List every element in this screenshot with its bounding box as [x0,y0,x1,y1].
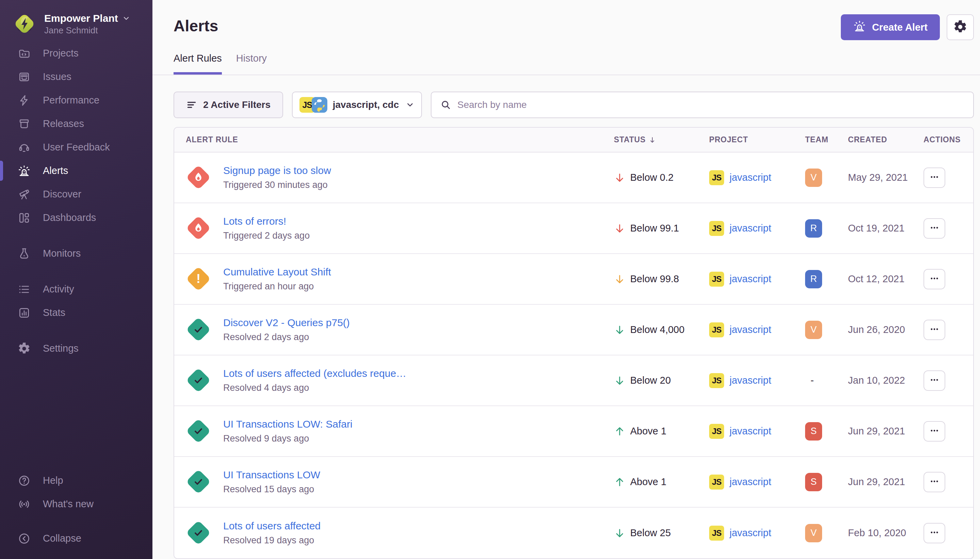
sidebar-item-projects[interactable]: Projects [0,41,152,65]
nav-group: Monitors [0,242,152,265]
column-header-alert-rule[interactable]: Alert Rule [174,135,614,144]
sidebar-item-label: Activity [43,284,74,295]
table-header: Alert RuleStatusProjectTeamCreatedAction… [174,128,973,152]
sidebar-item-dashboards[interactable]: Dashboards [0,206,152,230]
alert-rule-link[interactable]: UI Transactions LOW: Safari [223,418,353,430]
project-link[interactable]: javascript [729,476,771,488]
settings-button[interactable] [947,14,974,40]
project-filter-dropdown[interactable]: JS javascript, cdc [292,92,422,118]
sidebar-item-collapse[interactable]: Collapse [0,527,152,550]
alert-rule-link[interactable]: UI Transactions LOW [223,469,320,481]
team-cell: R [805,270,848,288]
column-header-created[interactable]: Created [848,135,924,144]
sidebar-item-issues[interactable]: Issues [0,65,152,89]
sidebar-item-label: Performance [43,95,99,106]
javascript-platform-icon: JS [709,221,724,236]
search-box [431,92,974,118]
trend-down-icon [614,172,625,184]
sidebar-item-label: Help [43,475,63,486]
gear-icon [18,342,31,355]
org-logo-icon [12,12,37,36]
alert-rule-subtext: Triggered 30 minutes ago [223,179,331,190]
tab-history[interactable]: History [236,53,267,74]
project-link[interactable]: javascript [729,528,771,539]
org-switcher[interactable]: Empower Plant Jane Schmidt [0,0,152,36]
table-row[interactable]: Discover V2 - Queries p75() Resolved 2 d… [174,305,973,356]
team-cell: R [805,219,848,238]
team-avatar[interactable]: V [805,321,822,339]
row-actions-button[interactable] [924,320,945,340]
sidebar-item-discover[interactable]: Discover [0,182,152,206]
page-title: Alerts [173,13,218,38]
row-actions-button[interactable] [924,523,945,543]
row-actions-button[interactable] [924,167,945,188]
sidebar-item-monitors[interactable]: Monitors [0,242,152,265]
sidebar-item-label: Projects [43,48,79,59]
team-cell: V [805,169,848,187]
sidebar-item-label: Stats [43,307,65,318]
page-header: Alerts Create Alert [173,0,974,40]
row-actions-button[interactable] [924,218,945,239]
team-cell: V [805,524,848,542]
sidebar-item-user-feedback[interactable]: User Feedback [0,136,152,159]
row-actions-button[interactable] [924,370,945,391]
column-header-status[interactable]: Status [614,135,709,144]
team-avatar[interactable]: V [805,169,822,187]
dashboards-icon [18,212,31,224]
project-link[interactable]: javascript [729,273,771,284]
sidebar-item-what-s-new[interactable]: What's new [0,492,152,516]
tab-alert-rules[interactable]: Alert Rules [173,53,222,74]
team-avatar[interactable]: R [805,219,822,238]
row-actions-button[interactable] [924,421,945,442]
table-row[interactable]: Signup page is too slow Triggered 30 min… [174,152,973,203]
search-input[interactable] [457,99,964,110]
javascript-platform-icon: JS [709,526,724,541]
create-alert-button[interactable]: Create Alert [841,14,940,40]
sidebar-item-performance[interactable]: Performance [0,89,152,112]
trend-down-icon [614,375,625,386]
project-link[interactable]: javascript [729,223,771,234]
active-filters-button[interactable]: 2 Active Filters [173,92,283,118]
table-row[interactable]: UI Transactions LOW Resolved 15 days ago… [174,457,973,508]
org-name: Empower Plant [44,12,118,25]
table-row[interactable]: UI Transactions LOW: Safari Resolved 9 d… [174,406,973,457]
status-threshold: Below 99.1 [630,223,679,234]
trend-up-icon [614,425,625,437]
alert-rule-link[interactable]: Discover V2 - Queries p75() [223,317,350,329]
alert-rules-table: Alert RuleStatusProjectTeamCreatedAction… [173,127,974,559]
project-link[interactable]: javascript [729,375,771,386]
table-row[interactable]: ! Cumulative Layout Shift Triggered an h… [174,254,973,305]
project-link[interactable]: javascript [729,425,771,437]
ellipsis-icon [930,375,939,386]
row-actions-button[interactable] [924,269,945,289]
alert-rule-link[interactable]: Lots of errors! [223,215,310,227]
team-avatar[interactable]: V [805,524,822,542]
team-avatar[interactable]: R [805,270,822,288]
sidebar-item-settings[interactable]: Settings [0,337,152,360]
project-link[interactable]: javascript [729,324,771,335]
alert-rule-link[interactable]: Signup page is too slow [223,164,331,177]
sidebar-item-stats[interactable]: Stats [0,301,152,324]
table-row[interactable]: Lots of users affected Resolved 19 days … [174,508,973,558]
column-header-actions[interactable]: Actions [924,135,973,144]
project-link[interactable]: javascript [729,172,771,183]
sidebar-item-activity[interactable]: Activity [0,278,152,301]
alert-rule-link[interactable]: Cumulative Layout Shift [223,266,331,278]
team-avatar[interactable]: S [805,422,822,440]
column-header-project[interactable]: Project [709,135,805,144]
column-header-team[interactable]: Team [805,135,848,144]
table-row[interactable]: Lots of errors! Triggered 2 days ago Bel… [174,203,973,254]
trend-down-icon [614,324,625,336]
alert-rule-link[interactable]: Lots of users affected [223,520,320,532]
team-avatar[interactable]: S [805,473,822,491]
sidebar-item-alerts[interactable]: Alerts [0,159,152,182]
warning-icon: ! [186,266,211,291]
sidebar-nav: ProjectsIssuesPerformanceReleasesUser Fe… [0,41,152,360]
alert-rule-link[interactable]: Lots of users affected (excludes reque… [223,367,406,380]
sidebar-item-releases[interactable]: Releases [0,112,152,136]
row-actions-button[interactable] [924,472,945,492]
table-row[interactable]: Lots of users affected (excludes reque… … [174,356,973,406]
sidebar-item-help[interactable]: Help [0,469,152,492]
performance-icon [18,94,31,107]
sidebar-item-label: Alerts [43,165,68,176]
